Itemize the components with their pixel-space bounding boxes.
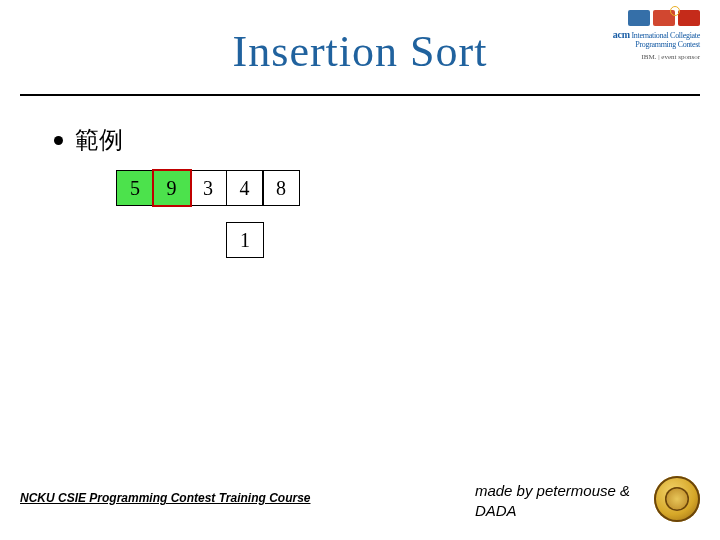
array-visualization: 59348 xyxy=(116,170,300,206)
logo-square-red xyxy=(678,10,700,26)
footer: NCKU CSIE Programming Contest Training C… xyxy=(0,480,720,530)
array-cell-2: 3 xyxy=(189,170,227,206)
acm-label: acm International Collegiate Programming… xyxy=(605,29,700,49)
array-cell-4: 8 xyxy=(262,170,300,206)
credits: made by petermouse & DADA xyxy=(475,481,630,520)
slide-title: Insertion Sort xyxy=(20,26,700,77)
bullet-text: 範例 xyxy=(75,124,123,156)
header: Insertion Sort acm International Collegi… xyxy=(20,0,700,96)
ncku-badge-icon xyxy=(654,476,700,522)
temp-cell: 1 xyxy=(226,222,264,258)
array-cell-0: 5 xyxy=(116,170,154,206)
bullet-item: 範例 xyxy=(54,124,123,156)
course-name: NCKU CSIE Programming Contest Training C… xyxy=(20,491,310,505)
acm-icpc-logo: acm International Collegiate Programming… xyxy=(605,10,700,61)
bullet-icon xyxy=(54,136,63,145)
logo-square-blue xyxy=(628,10,650,26)
array-cell-3: 4 xyxy=(226,170,264,206)
credit-line-2: DADA xyxy=(475,502,517,519)
lightbulb-icon xyxy=(670,6,680,16)
sponsor-label: IBM. | event sponsor xyxy=(605,53,700,61)
credit-line-1: made by petermouse & xyxy=(475,482,630,499)
array-cell-1: 9 xyxy=(153,170,191,206)
